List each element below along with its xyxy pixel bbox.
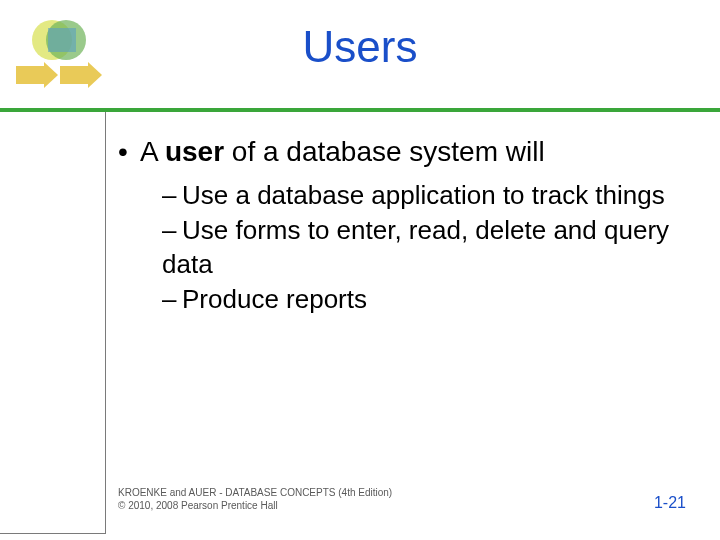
main-bullet-bold: user (165, 136, 224, 167)
sub-bullet: –Use forms to enter, read, delete and qu… (162, 214, 678, 281)
left-placeholder-box (0, 112, 106, 534)
main-bullet: •A user of a database system will (118, 134, 678, 169)
page-number: 1-21 (654, 494, 686, 512)
body-content: •A user of a database system will –Use a… (118, 134, 678, 318)
divider-line (0, 108, 720, 112)
main-bullet-prefix: A (140, 136, 165, 167)
slide-title: Users (0, 22, 720, 72)
footer-attribution: KROENKE and AUER - DATABASE CONCEPTS (4t… (118, 486, 392, 512)
footer-line2: © 2010, 2008 Pearson Prentice Hall (118, 499, 392, 512)
sub-bullet: –Use a database application to track thi… (162, 179, 678, 212)
sub-bullet-list: –Use a database application to track thi… (162, 179, 678, 316)
footer-line1: KROENKE and AUER - DATABASE CONCEPTS (4t… (118, 486, 392, 499)
sub-bullet: –Produce reports (162, 283, 678, 316)
main-bullet-suffix: of a database system will (224, 136, 545, 167)
